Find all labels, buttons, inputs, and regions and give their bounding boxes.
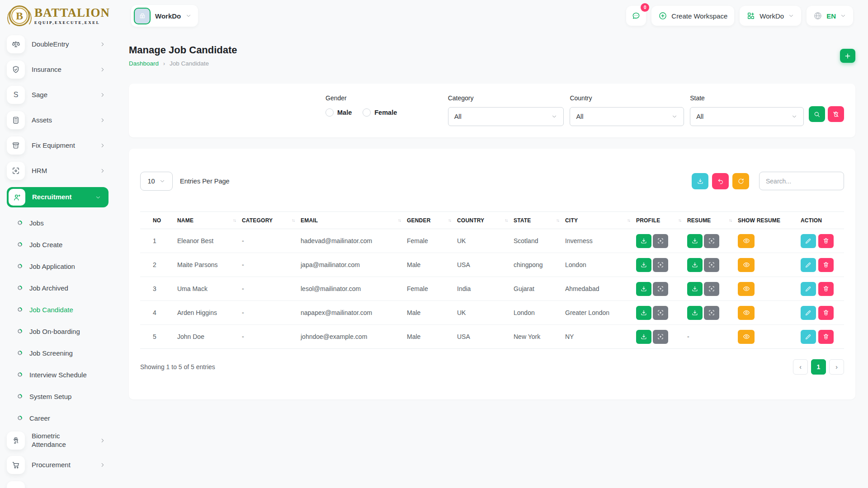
delete-button[interactable] [818, 330, 834, 344]
country-select[interactable]: All [570, 107, 684, 126]
state-select[interactable]: All [690, 107, 804, 126]
show-resume-button[interactable] [738, 234, 755, 248]
submenu-item-job-onboarding[interactable]: Job On-boarding [7, 320, 113, 342]
resume-download-button[interactable] [687, 234, 703, 248]
profile-preview-button[interactable] [653, 330, 668, 344]
table-row: 2 Maite Parsons - japa@mailinator.com Ma… [140, 253, 844, 277]
resume-preview-button[interactable] [704, 282, 719, 296]
pencil-icon [805, 333, 812, 340]
submenu-item-jobs[interactable]: Jobs [7, 212, 113, 234]
sidebar-item-biometric-attendance[interactable]: Biometric Attendance [7, 432, 108, 450]
submenu-item-job-create[interactable]: Job Create [7, 234, 113, 255]
edit-button[interactable] [801, 306, 816, 320]
sidebar-item-insurance[interactable]: Insurance [7, 61, 108, 79]
resume-preview-button[interactable] [704, 258, 719, 272]
profile-preview-button[interactable] [653, 258, 668, 272]
submenu-item-job-candidate[interactable]: Job Candidate [7, 299, 113, 320]
chevron-down-icon [791, 113, 797, 120]
delete-button[interactable] [818, 258, 834, 272]
column-header-category[interactable]: CATEGORY↑↓ [242, 212, 301, 229]
column-header-city[interactable]: CITY↑↓ [565, 212, 636, 229]
cell-state: Scotland [514, 229, 565, 253]
profile-preview-button[interactable] [653, 306, 668, 320]
language-selector[interactable]: EN [807, 6, 853, 26]
sidebar-item-label: HRM [32, 167, 47, 175]
apply-filter-button[interactable] [809, 106, 825, 122]
cell-name: Uma Mack [177, 277, 242, 301]
edit-button[interactable] [801, 258, 816, 272]
delete-button[interactable] [818, 306, 834, 320]
edit-button[interactable] [801, 330, 816, 344]
pagination-prev-button[interactable]: ‹ [793, 359, 808, 375]
resume-preview-button[interactable] [704, 306, 719, 320]
refresh-button[interactable] [732, 173, 749, 189]
column-header-email[interactable]: EMAIL↑↓ [301, 212, 407, 229]
breadcrumb-dashboard-link[interactable]: Dashboard [129, 60, 159, 67]
resume-preview-button[interactable] [704, 234, 719, 248]
pagination-next-button[interactable]: › [829, 359, 844, 375]
profile-download-button[interactable] [636, 258, 651, 272]
pencil-icon [805, 237, 812, 244]
submenu-item-system-setup[interactable]: System Setup [7, 385, 113, 407]
profile-download-button[interactable] [636, 330, 651, 344]
submenu-item-interview-schedule[interactable]: Interview Schedule [7, 364, 113, 385]
cell-country: India [457, 277, 514, 301]
column-header-resume[interactable]: RESUME↑↓ [687, 212, 738, 229]
delete-button[interactable] [818, 234, 834, 248]
submenu-item-job-application[interactable]: Job Application [7, 255, 113, 277]
gender-female-radio[interactable]: Female [363, 108, 397, 117]
show-resume-button[interactable] [738, 306, 755, 320]
column-header-no: NO [153, 217, 161, 224]
sidebar-item-hrm[interactable]: HRM [7, 162, 108, 180]
cell-no: 4 [140, 301, 177, 325]
profile-download-button[interactable] [636, 234, 651, 248]
gender-male-radio[interactable]: Male [326, 108, 352, 117]
show-resume-button[interactable] [738, 282, 755, 296]
delete-button[interactable] [818, 282, 834, 296]
column-header-country[interactable]: COUNTRY↑↓ [457, 212, 514, 229]
edit-button[interactable] [801, 234, 816, 248]
sidebar-item-assets[interactable]: Assets [7, 111, 108, 129]
show-resume-button[interactable] [738, 330, 755, 344]
column-header-state[interactable]: STATE↑↓ [514, 212, 565, 229]
column-header-name[interactable]: NAME↑↓ [177, 212, 242, 229]
resume-download-button[interactable] [687, 258, 703, 272]
profile-download-button[interactable] [636, 306, 651, 320]
column-header-gender[interactable]: GENDER↑↓ [407, 212, 457, 229]
download-icon [640, 285, 647, 292]
radio-icon [363, 108, 371, 117]
search-input[interactable] [759, 172, 844, 190]
workdo-menu-button[interactable]: WorkDo [740, 6, 801, 26]
submenu-item-job-archived[interactable]: Job Archived [7, 277, 113, 299]
brand-logo: B BATTALION EQUIP,EXECUTE,EXEL [0, 5, 113, 26]
profile-preview-button[interactable] [653, 282, 668, 296]
entries-per-page-select[interactable]: 10 [140, 172, 173, 191]
edit-button[interactable] [801, 282, 816, 296]
resume-download-button[interactable] [687, 306, 703, 320]
submenu-item-job-screening[interactable]: Job Screening [7, 342, 113, 364]
category-select[interactable]: All [448, 107, 564, 126]
cell-email: lesol@mailinator.com [301, 277, 407, 301]
pagination-page-1[interactable]: 1 [811, 359, 826, 375]
sidebar-item-doubleentry[interactable]: DoubleEntry [7, 35, 108, 53]
sidebar-item-fix-equipment[interactable]: Fix Equipment [7, 136, 108, 155]
profile-preview-button[interactable] [653, 234, 668, 248]
undo-button[interactable] [712, 173, 729, 189]
submenu-item-career[interactable]: Career [7, 407, 113, 429]
resume-download-button[interactable] [687, 282, 703, 296]
chevron-right-icon [99, 168, 106, 174]
clear-filter-button[interactable] [828, 106, 844, 122]
brand-emblem-icon: B [9, 5, 30, 26]
add-candidate-button[interactable] [840, 49, 855, 63]
column-header-profile[interactable]: PROFILE↑↓ [636, 212, 687, 229]
show-resume-button[interactable] [738, 258, 755, 272]
profile-download-button[interactable] [636, 282, 651, 296]
create-workspace-button[interactable]: Create Workspace [651, 6, 734, 26]
messages-button[interactable]: 0 [626, 6, 646, 26]
workspace-switcher[interactable]: WorkDo [131, 5, 198, 27]
export-button[interactable] [692, 173, 708, 189]
sidebar-item-recruitment[interactable]: Recruitment [7, 187, 108, 207]
trash-icon [822, 237, 830, 244]
sidebar-item-sage[interactable]: S Sage [7, 86, 108, 104]
sidebar-item-procurement[interactable]: Procurement [7, 456, 108, 474]
